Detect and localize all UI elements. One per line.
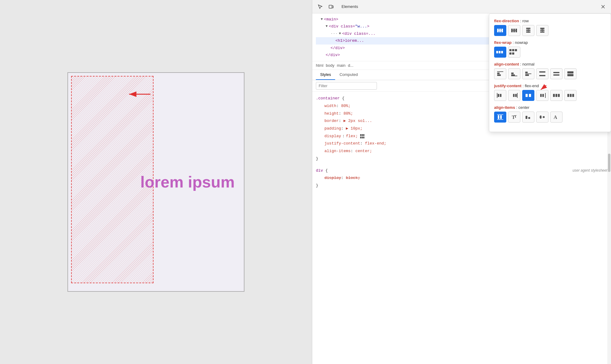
justify-content-center-btn[interactable] bbox=[522, 90, 534, 101]
breadcrumb-d[interactable]: d... bbox=[348, 63, 353, 68]
align-items-prop-name: align-items bbox=[494, 105, 515, 110]
breadcrumb-html[interactable]: html bbox=[316, 63, 324, 68]
dom-close-div2: </div> bbox=[326, 52, 340, 59]
justify-content-icons bbox=[494, 90, 606, 101]
flex-direction-column-reverse-btn[interactable] bbox=[536, 25, 548, 36]
svg-rect-52 bbox=[529, 94, 531, 97]
container-close-brace: } bbox=[316, 155, 607, 163]
svg-rect-51 bbox=[526, 94, 528, 97]
align-content-space-between-btn[interactable] bbox=[536, 68, 548, 79]
flex-direction-value: : row bbox=[520, 19, 529, 23]
svg-rect-32 bbox=[497, 74, 501, 76]
flex-direction-column-btn[interactable] bbox=[522, 25, 534, 36]
dom-dots: ··· bbox=[331, 30, 338, 37]
lorem-ipsum-text: lorem ipsum bbox=[140, 173, 235, 191]
svg-rect-24 bbox=[501, 51, 503, 53]
flex-direction-label: flex-direction : row bbox=[494, 19, 606, 23]
align-content-row: align-content : normal bbox=[494, 62, 606, 79]
inspect-element-button[interactable] bbox=[316, 2, 324, 11]
svg-rect-50 bbox=[515, 94, 517, 97]
svg-rect-5 bbox=[362, 134, 363, 136]
flex-direction-row-reverse-btn[interactable] bbox=[508, 25, 520, 36]
svg-rect-8 bbox=[362, 137, 363, 138]
breadcrumb-main[interactable]: main bbox=[337, 63, 345, 68]
tab-computed[interactable]: Computed bbox=[335, 70, 362, 80]
flex-wrap-icons bbox=[494, 47, 606, 58]
tab-styles[interactable]: Styles bbox=[316, 70, 335, 80]
justify-content-end-btn[interactable] bbox=[508, 90, 520, 101]
dom-arrow-div1: ▼ bbox=[326, 23, 328, 30]
justify-content-start-btn[interactable] bbox=[494, 90, 506, 101]
close-devtools-button[interactable] bbox=[599, 2, 607, 11]
svg-rect-42 bbox=[553, 74, 559, 76]
svg-rect-31 bbox=[497, 73, 500, 74]
flex-wrap-row: flex-wrap : nowrap bbox=[494, 40, 606, 58]
align-content-stretch-btn[interactable] bbox=[564, 68, 577, 79]
svg-rect-73 bbox=[540, 116, 541, 119]
align-items-icons: T T bbox=[494, 112, 606, 123]
align-items-stretch-btn[interactable] bbox=[494, 112, 506, 123]
align-content-center-btn[interactable] bbox=[522, 68, 534, 79]
css-prop-justify-content: justify-content: flex-end; bbox=[316, 140, 607, 148]
align-items-start-btn[interactable]: T T bbox=[508, 112, 520, 123]
div-selector: div bbox=[316, 168, 323, 173]
svg-rect-66 bbox=[498, 115, 499, 119]
svg-rect-58 bbox=[553, 94, 555, 97]
dom-arrow-div2: ▼ bbox=[339, 31, 341, 37]
svg-rect-6 bbox=[363, 134, 364, 136]
svg-rect-41 bbox=[553, 72, 559, 73]
align-content-space-around-btn[interactable] bbox=[550, 68, 562, 79]
svg-rect-34 bbox=[511, 73, 514, 74]
svg-rect-59 bbox=[555, 94, 557, 97]
filter-input[interactable] bbox=[316, 82, 377, 90]
align-content-value: : normal bbox=[520, 62, 534, 66]
svg-text:A: A bbox=[554, 115, 557, 120]
dom-arrow-main: ▼ bbox=[321, 16, 323, 23]
align-items-end-btn[interactable]: A bbox=[550, 112, 562, 123]
css-prop-display-div: display: block; bbox=[316, 174, 607, 182]
align-content-label: align-content : normal bbox=[494, 62, 606, 66]
svg-rect-54 bbox=[540, 94, 542, 97]
preview-container: lorem ipsum bbox=[67, 72, 244, 292]
svg-rect-49 bbox=[513, 94, 515, 97]
user-agent-label: user agent stylesheet bbox=[573, 167, 607, 174]
css-rules-area[interactable]: .container { width: 80%; height: 80%; bo… bbox=[312, 92, 611, 364]
tab-elements[interactable]: Elements bbox=[338, 3, 362, 10]
flex-wrap-prop-name: flex-wrap bbox=[494, 40, 512, 45]
align-items-row: align-items : center bbox=[494, 105, 606, 123]
svg-rect-60 bbox=[558, 94, 560, 97]
align-content-start-btn[interactable] bbox=[494, 68, 506, 79]
dom-tag-div2: <div class=... bbox=[342, 30, 375, 37]
align-content-end-btn[interactable] bbox=[508, 68, 520, 79]
justify-content-label: justify-content : flex-end bbox=[494, 84, 606, 88]
div-close-brace: } bbox=[316, 182, 607, 190]
dom-tag-div1: <div class="w...> bbox=[329, 23, 370, 30]
svg-rect-71 bbox=[528, 117, 530, 119]
align-items-center-btn[interactable] bbox=[536, 112, 548, 123]
scrollbar-thumb[interactable] bbox=[608, 154, 610, 172]
flex-wrap-nowrap-btn[interactable] bbox=[494, 47, 506, 58]
justify-content-end2-btn[interactable] bbox=[536, 90, 548, 101]
flex-direction-icons bbox=[494, 25, 606, 36]
flex-direction-row: flex-direction : row bbox=[494, 19, 606, 36]
svg-rect-9 bbox=[363, 137, 364, 138]
devtools-toolbar: Elements bbox=[312, 0, 611, 13]
preview-panel: lorem ipsum bbox=[0, 0, 312, 364]
justify-content-space-between-btn[interactable] bbox=[550, 90, 562, 101]
device-toggle-button[interactable] bbox=[327, 2, 335, 11]
flex-editor-popup: flex-direction : row bbox=[489, 13, 611, 132]
svg-rect-67 bbox=[500, 115, 502, 119]
flex-direction-row-btn[interactable] bbox=[494, 25, 506, 36]
svg-rect-74 bbox=[543, 116, 544, 118]
flex-editor-trigger[interactable] bbox=[360, 134, 365, 138]
dom-tag-main: <main> bbox=[324, 16, 338, 23]
flex-wrap-wrap-btn[interactable] bbox=[508, 47, 520, 58]
align-items-label: align-items : center bbox=[494, 105, 606, 110]
div-selector-line: user agent stylesheet div { bbox=[316, 167, 607, 175]
devtools-main: ▼ <main> ▼ <div class="w...> ··· ▼ <div … bbox=[312, 13, 611, 364]
svg-rect-7 bbox=[360, 137, 361, 138]
svg-rect-46 bbox=[498, 94, 499, 97]
breadcrumb-body[interactable]: body bbox=[326, 63, 334, 68]
align-items-baseline-btn[interactable] bbox=[522, 112, 534, 123]
justify-content-space-around-btn[interactable] bbox=[564, 90, 577, 101]
